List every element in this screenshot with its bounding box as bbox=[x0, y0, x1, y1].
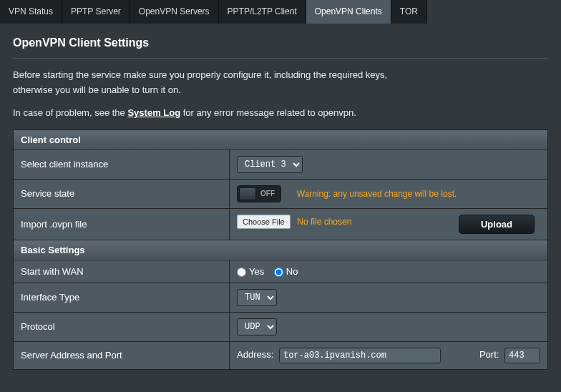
row-protocol: Protocol UDP bbox=[14, 312, 548, 341]
start-wan-yes-label[interactable]: Yes bbox=[237, 266, 264, 277]
row-service-state: Service state OFF Warning: any unsaved c… bbox=[14, 179, 548, 208]
settings-table: Client control Select client instance Cl… bbox=[13, 129, 548, 370]
label-protocol: Protocol bbox=[14, 312, 230, 341]
tab-vpn-status[interactable]: VPN Status bbox=[0, 0, 62, 24]
toggle-state: OFF bbox=[256, 190, 279, 197]
intro-text: Before starting the service make sure yo… bbox=[13, 69, 548, 97]
start-wan-no-radio[interactable] bbox=[274, 268, 283, 277]
tab-bar: VPN Status PPTP Server OpenVPN Servers P… bbox=[0, 0, 561, 24]
system-log-link[interactable]: System Log bbox=[127, 107, 180, 118]
intro2-post: for any error message related to openvpn… bbox=[180, 107, 356, 118]
toggle-knob bbox=[239, 187, 256, 200]
upload-button[interactable]: Upload bbox=[459, 215, 535, 234]
address-label: Address: bbox=[237, 349, 273, 360]
tab-bar-spacer bbox=[427, 0, 561, 24]
select-protocol[interactable]: UDP bbox=[237, 318, 277, 335]
service-state-warning: Warning: any unsaved change will be lost… bbox=[297, 189, 457, 199]
section-basic-settings-label: Basic Settings bbox=[14, 240, 548, 260]
start-wan-yes-radio[interactable] bbox=[237, 268, 246, 277]
select-interface-type[interactable]: TUN bbox=[237, 289, 277, 306]
file-chosen-status: No file chosen bbox=[297, 217, 351, 227]
intro-help-text: In case of problem, see the System Log f… bbox=[13, 107, 548, 118]
tab-tor[interactable]: TOR bbox=[391, 0, 427, 24]
section-basic-settings: Basic Settings bbox=[14, 240, 548, 260]
port-input[interactable] bbox=[504, 348, 540, 363]
intro-line-2: otherwise you will be unable to turn it … bbox=[13, 84, 548, 97]
choose-file-button[interactable]: Choose File bbox=[237, 215, 291, 229]
label-start-with-wan: Start with WAN bbox=[14, 260, 230, 283]
start-wan-no-text: No bbox=[286, 266, 298, 277]
service-state-toggle[interactable]: OFF bbox=[237, 185, 281, 202]
label-server-address-port: Server Address and Port bbox=[14, 341, 230, 369]
port-label: Port: bbox=[479, 349, 499, 360]
divider bbox=[13, 58, 548, 59]
intro-line-1: Before starting the service make sure yo… bbox=[13, 69, 548, 82]
address-input[interactable] bbox=[279, 348, 441, 363]
label-import-ovpn: Import .ovpn file bbox=[14, 208, 230, 240]
content-area: OpenVPN Client Settings Before starting … bbox=[0, 24, 561, 370]
row-interface-type: Interface Type TUN bbox=[14, 283, 548, 312]
row-start-with-wan: Start with WAN Yes No bbox=[14, 260, 548, 283]
row-server-address-port: Server Address and Port Address: Port: bbox=[14, 341, 548, 369]
start-wan-no-label[interactable]: No bbox=[274, 266, 298, 277]
select-client-instance[interactable]: Client 3 bbox=[237, 156, 303, 173]
section-client-control-label: Client control bbox=[14, 129, 548, 150]
tab-openvpn-servers[interactable]: OpenVPN Servers bbox=[130, 0, 219, 24]
tab-pptp-server[interactable]: PPTP Server bbox=[62, 0, 130, 24]
label-interface-type: Interface Type bbox=[14, 283, 230, 312]
row-import-ovpn: Import .ovpn file Choose File No file ch… bbox=[14, 208, 548, 240]
tab-pptp-l2tp-client[interactable]: PPTP/L2TP Client bbox=[219, 0, 306, 24]
start-wan-radio-group: Yes No bbox=[237, 266, 305, 277]
label-service-state: Service state bbox=[14, 179, 230, 208]
tab-openvpn-clients[interactable]: OpenVPN Clients bbox=[306, 0, 391, 24]
start-wan-yes-text: Yes bbox=[249, 266, 264, 277]
intro2-pre: In case of problem, see the bbox=[13, 107, 127, 118]
section-client-control: Client control bbox=[14, 129, 548, 150]
row-select-client: Select client instance Client 3 bbox=[14, 150, 548, 179]
label-select-client: Select client instance bbox=[14, 150, 230, 179]
page-title: OpenVPN Client Settings bbox=[13, 36, 548, 49]
